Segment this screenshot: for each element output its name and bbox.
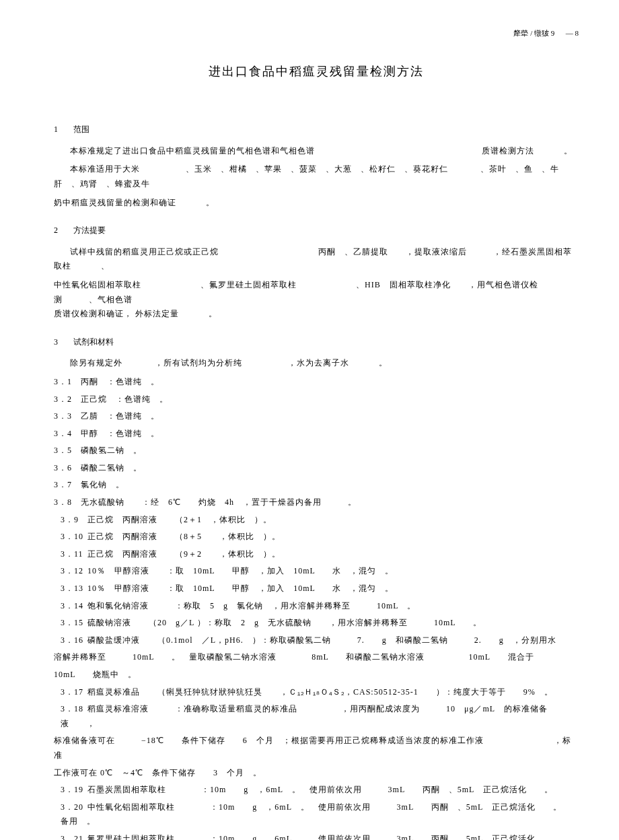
item-text: 标准储备液可在 −18℃ 条件下储存 6 个月 ；根据需要再用正己烷稀释成适当浓… <box>54 736 571 760</box>
paragraph: 本标准适用于大米 、玉米 、柑橘 、苹果 、菠菜 、大葱 、松籽仁 、葵花籽仁 … <box>54 162 579 191</box>
list-item: 3．3乙腈 ：色谱纯 。 <box>54 409 579 424</box>
text: 除另有规定外 <box>70 358 122 368</box>
item-text: 磷酸二氢钠 。 <box>81 463 142 473</box>
list-item: 3．1丙酮 ：色谱纯 。 <box>54 375 579 390</box>
item-text: 正己烷 丙酮溶液 （8＋5 ，体积比 ）。 <box>87 532 281 541</box>
item-num: 3．14 <box>61 599 87 614</box>
item-text: 稻瘟灵标准品 （犐狊狅狆犺犲狀狆犺狅狊 ，Ｃ₁₂Ｈ₁₈Ｏ₄Ｓ₂，CAS:5051… <box>87 687 553 697</box>
paragraph: 本标准规定了进出口食品中稻瘟灵残留量的气相色谱和气相色谱 质谱检测方法 。 <box>54 144 579 159</box>
text: 质谱检测方法 <box>482 146 534 155</box>
list-item: 3．4甲醇 ：色谱纯 。 <box>54 427 579 442</box>
item-num: 3．4 <box>54 427 81 442</box>
text: 本标准适用于大米 <box>70 164 140 174</box>
list-item-cont: 工作液可在 0℃ ～4℃ 条件下储存 3 个月 。 <box>54 766 579 781</box>
list-item: 3．15硫酸钠溶液 （20 g／L ）：称取 2 g 无水硫酸钠 ，用水溶解并稀… <box>61 616 579 631</box>
item-num: 3．21 <box>61 832 87 840</box>
text: 奶中稻瘟灵残留量的检测和确证 <box>54 198 176 207</box>
list-item: 3．10正己烷 丙酮溶液 （8＋5 ，体积比 ）。 <box>61 530 579 545</box>
item-num: 3．19 <box>61 783 87 798</box>
list-item-cont: 溶解并稀释至 10mL 。 量取磷酸氢二钠水溶液 8mL 和磷酸二氢钠水溶液 1… <box>54 650 579 665</box>
item-text: 石墨炭黑固相萃取柱 ：10m g ，6mL 。 使用前依次用 3mL 丙酮 、5… <box>87 785 553 794</box>
item-num: 3．13 <box>61 582 87 596</box>
list-item: 3．18稻瘟灵标准溶液 ：准确称取适量稻瘟灵的标准品 ，用丙酮配成浓度为 10 … <box>61 702 579 731</box>
item-text: 丙酮 ：色谱纯 。 <box>81 377 159 386</box>
item-num: 3．11 <box>61 547 87 562</box>
list-item: 3．16磷酸盐缓冲液 （0.1mol ／L，pH6. ）：称取磷酸氢二钠 7. … <box>61 633 579 648</box>
list-item: 3．8无水硫酸钠 ：经 6℃ 灼烧 4h ，置于干燥器内备用 。 <box>54 495 579 510</box>
item-num: 3．12 <box>61 564 87 579</box>
section-2-heading: 2 方法提要 <box>54 223 579 238</box>
text: 质谱仪检测和确证， <box>54 309 133 318</box>
text: 、玉米 、柑橘 、苹果 、菠菜 、大葱 、松籽仁 、葵花籽仁 <box>186 164 448 174</box>
text: 、氟罗里硅土固相萃取柱 <box>201 280 297 289</box>
item-text: 乙腈 ：色谱纯 。 <box>81 411 159 421</box>
item-text: 10％ 甲醇溶液 ：取 10mL 甲醇 ，加入 10mL 水 ，混匀 。 <box>87 566 394 575</box>
paragraph: 除另有规定外 ，所有试剂均为分析纯 ，水为去离子水 。 <box>54 356 579 371</box>
list-item: 3．11正己烷 丙酮溶液 （9＋2 ，体积比 ）。 <box>61 547 579 562</box>
list-item-cont: 标准储备液可在 −18℃ 条件下储存 6 个月 ；根据需要再用正己烷稀释成适当浓… <box>54 734 579 763</box>
item-text: 10mL 烧瓶中 。 <box>54 670 137 679</box>
item-text: 磷酸氢二钠 。 <box>81 446 142 455</box>
item-num: 3．3 <box>54 409 81 424</box>
text: 本标准规定了进出口食品中稻瘟灵残留量的气相色谱和气相色谱 <box>70 146 315 155</box>
section-num-3: 3 <box>54 335 58 350</box>
item-num: 3．15 <box>61 616 87 631</box>
text: ，水为去离子水 <box>288 358 349 368</box>
text: 外标法定量 <box>135 309 179 318</box>
item-num: 3．8 <box>54 495 81 510</box>
section-num-1: 1 <box>54 123 58 137</box>
header-code: 犛犖 / 犜狓 9 — 8 <box>54 27 579 40</box>
list-item: 3．17稻瘟灵标准品 （犐狊狅狆犺犲狀狆犺狅狊 ，Ｃ₁₂Ｈ₁₈Ｏ₄Ｓ₂，CAS:… <box>61 685 579 700</box>
section-num-2: 2 <box>54 223 58 238</box>
item-text: 10％ 甲醇溶液 ：取 10mL 甲醇 ，加入 10mL 水 ，混匀 。 <box>87 584 394 593</box>
paragraph: 中性氧化铝固相萃取柱 、氟罗里硅土固相萃取柱 、HIB 固相萃取柱净化 ，用气相… <box>54 278 579 307</box>
list-item-cont: 10mL 烧瓶中 。 <box>54 668 579 682</box>
list-item: 3．7氯化钠 。 <box>54 478 579 493</box>
text: 试样中残留的稻瘟灵用正己烷或正己烷 <box>70 247 219 256</box>
list-item: 3．1310％ 甲醇溶液 ：取 10mL 甲醇 ，加入 10mL 水 ，混匀 。 <box>61 582 579 596</box>
item-text: 中性氧化铝固相萃取柱 ：10m g ，6mL 。 使用前依次用 3mL 丙酮 、… <box>61 802 571 827</box>
section-3-heading: 3 试剂和材料 <box>54 335 579 350</box>
paragraph: 试样中残留的稻瘟灵用正己烷或正己烷 丙酮 、乙腈提取 ，提取液浓缩后 ，经石墨炭… <box>54 245 579 274</box>
item-text: 磷酸盐缓冲液 （0.1mol ／L，pH6. ）：称取磷酸氢二钠 7. g 和磷… <box>87 635 556 645</box>
item-text: 甲醇 ：色谱纯 。 <box>81 429 159 438</box>
list-item: 3．2正己烷 ：色谱纯 。 <box>54 392 579 407</box>
item-text: 正己烷 ：色谱纯 。 <box>81 394 168 404</box>
list-item: 3．21氟罗里硅土固相萃取柱 ：10m g ，6mL 。 使用前依次用 3mL … <box>61 832 579 840</box>
item-num: 3．10 <box>61 530 87 545</box>
section-title-3: 试剂和材料 <box>73 337 114 347</box>
item-num: 3．20 <box>61 800 87 815</box>
section-1-heading: 1 范围 <box>54 123 579 137</box>
item-text: 氯化钠 。 <box>81 480 124 489</box>
item-text: 饱和氯化钠溶液 ：称取 5 g 氯化钠 ，用水溶解并稀释至 10mL 。 <box>87 601 416 610</box>
item-num: 3．16 <box>61 633 87 648</box>
item-text: 溶解并稀释至 10mL 。 量取磷酸氢二钠水溶液 8mL 和磷酸二氢钠水溶液 1… <box>54 652 534 662</box>
item-num: 3．2 <box>54 392 81 407</box>
item-text: 稻瘟灵标准溶液 ：准确称取适量稻瘟灵的标准品 ，用丙酮配成浓度为 10 μg／m… <box>61 704 548 728</box>
text: 中性氧化铝固相萃取柱 <box>54 280 141 289</box>
item-text: 氟罗里硅土固相萃取柱 ：10m g ，6mL 。 使用前依次用 3mL 丙酮 、… <box>61 834 571 840</box>
list-item: 3．1210％ 甲醇溶液 ：取 10mL 甲醇 ，加入 10mL 水 ，混匀 。 <box>61 564 579 579</box>
list-item: 3．5磷酸氢二钠 。 <box>54 444 579 458</box>
list-item: 3．14饱和氯化钠溶液 ：称取 5 g 氯化钠 ，用水溶解并稀释至 10mL 。 <box>61 599 579 614</box>
item-num: 3．9 <box>61 513 87 528</box>
list-item: 3．19石墨炭黑固相萃取柱 ：10m g ，6mL 。 使用前依次用 3mL 丙… <box>61 783 579 798</box>
paragraph-bold: 奶中稻瘟灵残留量的检测和确证 。 <box>54 196 579 211</box>
list-item: 3．6磷酸二氢钠 。 <box>54 461 579 476</box>
item-text: 无水硫酸钠 ：经 6℃ 灼烧 4h ，置于干燥器内备用 。 <box>81 497 357 507</box>
section-title-2: 方法提要 <box>73 225 106 235</box>
item-num: 3．5 <box>54 444 81 458</box>
text: ，所有试剂均为分析纯 <box>155 358 242 368</box>
item-text: 硫酸钠溶液 （20 g／L ）：称取 2 g 无水硫酸钠 ，用水溶解并稀释至 1… <box>87 618 482 627</box>
item-num: 3．1 <box>54 375 81 390</box>
item-num: 3．17 <box>61 685 87 700</box>
list-item: 3．9正己烷 丙酮溶液 （2＋1 ，体积比 ）。 <box>61 513 579 528</box>
item-text: 正己烷 丙酮溶液 （9＋2 ，体积比 ）。 <box>87 549 281 559</box>
document-title: 进出口食品中稻瘟灵残留量检测方法 <box>54 61 579 82</box>
item-text: 工作液可在 0℃ ～4℃ 条件下储存 3 个月 。 <box>54 768 262 777</box>
item-num: 3．7 <box>54 478 81 493</box>
item-num: 3．18 <box>61 702 87 717</box>
item-text: 正己烷 丙酮溶液 （2＋1 ，体积比 ）。 <box>87 515 272 524</box>
list-item: 3．20中性氧化铝固相萃取柱 ：10m g ，6mL 。 使用前依次用 3mL … <box>61 800 579 829</box>
section-title-1: 范围 <box>73 125 89 134</box>
